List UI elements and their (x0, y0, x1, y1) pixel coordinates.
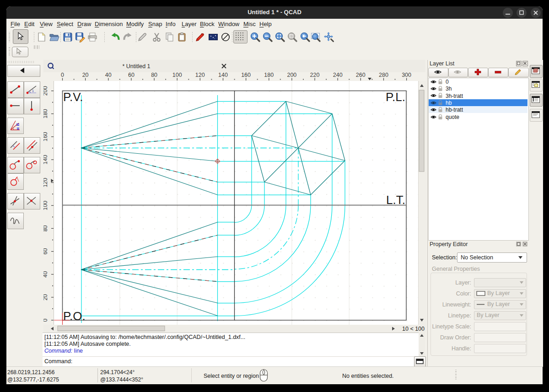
svg-text:1: 1 (32, 89, 34, 92)
svg-text:240: 240 (333, 72, 343, 78)
svg-text:20: 20 (82, 72, 89, 78)
svg-text:10 < 100: 10 < 100 (402, 326, 425, 332)
svg-text:140: 140 (218, 72, 228, 78)
svg-text:100: 100 (43, 201, 48, 210)
svg-text:0: 0 (43, 318, 48, 322)
svg-text:220: 220 (310, 72, 320, 78)
svg-text:80: 80 (151, 72, 157, 78)
svg-text:60: 60 (43, 248, 48, 255)
svg-text:120: 120 (43, 178, 48, 188)
svg-text:180: 180 (264, 72, 274, 78)
svg-text:0: 0 (61, 72, 64, 78)
svg-text:40: 40 (43, 271, 48, 278)
svg-text:160: 160 (43, 132, 48, 141)
svg-text:L.T.: L.T. (386, 193, 405, 207)
svg-text:120: 120 (195, 72, 205, 78)
svg-text:200: 200 (287, 72, 296, 78)
svg-text:160: 160 (241, 72, 251, 78)
svg-text:P.L.: P.L. (386, 90, 405, 104)
svg-text:60: 60 (128, 72, 135, 78)
svg-text:180: 180 (43, 109, 48, 118)
svg-text:80: 80 (43, 225, 48, 231)
svg-text:100: 100 (172, 72, 182, 78)
svg-text:P.V.: P.V. (63, 90, 83, 104)
svg-text:P.O.: P.O. (63, 309, 86, 323)
svg-text:40: 40 (105, 72, 112, 78)
svg-text:280: 280 (379, 72, 388, 78)
svg-text:260: 260 (356, 72, 366, 78)
svg-text:140: 140 (43, 155, 48, 165)
svg-text:200: 200 (43, 86, 48, 96)
svg-text:20: 20 (43, 294, 48, 301)
svg-text:300: 300 (402, 72, 411, 78)
